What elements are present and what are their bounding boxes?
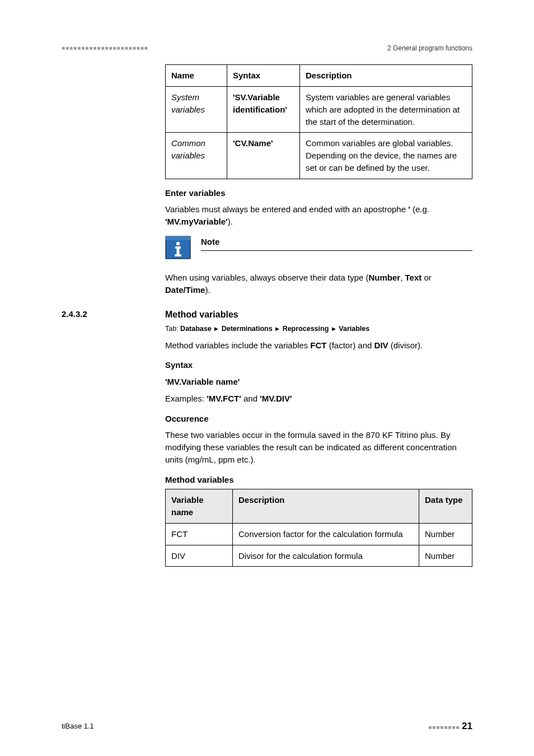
enter-variables-text: Variables must always be entered and end… xyxy=(165,203,472,228)
syntax-heading: Syntax xyxy=(165,359,472,371)
occurence-body: These two variables occur in the formula… xyxy=(165,429,472,465)
header-dots-decor: ■■■■■■■■■■■■■■■■■■■■■■ xyxy=(62,44,148,53)
variables-overview-table: Name Syntax Description System variables… xyxy=(165,64,472,179)
cell-description: Common variables are global variables. D… xyxy=(300,133,472,179)
note-body: When using variables, always observe the… xyxy=(165,272,472,296)
col-description-header: Description xyxy=(300,65,472,87)
cell-datatype: Number xyxy=(419,545,472,567)
method-vars-intro: Method variables include the variables F… xyxy=(165,339,472,352)
enter-variables-heading: Enter variables xyxy=(165,187,472,199)
cell-syntax: 'SV.Variable identification' xyxy=(227,87,300,133)
col-name-header: Name xyxy=(166,65,227,87)
col-syntax-header: Syntax xyxy=(227,65,300,87)
table-row: Common variables 'CV.Name' Common variab… xyxy=(166,133,472,179)
col-description-header: Description xyxy=(233,489,419,524)
col-varname-header: Variable name xyxy=(166,489,233,524)
col-datatype-header: Data type xyxy=(419,489,472,524)
cell-datatype: Number xyxy=(419,523,472,545)
table-row: Name Syntax Description xyxy=(166,65,472,87)
svg-point-2 xyxy=(176,242,180,245)
table-row: System variables 'SV.Variable identifica… xyxy=(166,87,472,133)
section-number: 2.4.3.2 xyxy=(62,308,143,321)
svg-rect-5 xyxy=(175,254,181,256)
cell-syntax: 'CV.Name' xyxy=(227,133,300,179)
syntax-examples: Examples: 'MV.FCT' and 'MV.DIV' xyxy=(165,393,472,405)
page-number: 21 xyxy=(462,721,472,731)
cell-varname: DIV xyxy=(166,545,233,567)
svg-rect-1 xyxy=(166,236,190,240)
cell-description: Divisor for the calculation formula xyxy=(233,545,419,567)
table-row: FCT Conversion factor for the calculatio… xyxy=(166,523,472,545)
note-rule xyxy=(201,250,472,251)
tab-breadcrumb: Tab: Database ▶ Determinations ▶ Reproce… xyxy=(165,324,472,334)
table-row: Variable name Description Data type xyxy=(166,489,472,524)
note-title: Note xyxy=(201,236,472,249)
cell-varname: FCT xyxy=(166,523,233,545)
cell-description: System variables are general variables w… xyxy=(300,87,472,133)
cell-name: Common variables xyxy=(166,133,227,179)
footer-product: tiBase 1.1 xyxy=(62,721,94,732)
method-variables-heading: Method variables xyxy=(165,474,472,486)
header-chapter-label: 2 General program functions xyxy=(387,44,472,53)
footer-dots-decor: ■■■■■■■■ xyxy=(428,724,460,730)
info-icon xyxy=(165,236,191,259)
syntax-line: 'MV.Variable name' xyxy=(165,376,472,388)
cell-name: System variables xyxy=(166,87,227,133)
svg-rect-4 xyxy=(177,246,180,255)
cell-description: Conversion factor for the calculation fo… xyxy=(233,523,419,545)
section-title: Method variables xyxy=(165,308,238,321)
method-variables-table: Variable name Description Data type FCT … xyxy=(165,489,472,567)
note-block: Note When using variables, always observ… xyxy=(165,236,472,296)
table-row: DIV Divisor for the calculation formula … xyxy=(166,545,472,567)
occurence-heading: Occurence xyxy=(165,413,472,425)
